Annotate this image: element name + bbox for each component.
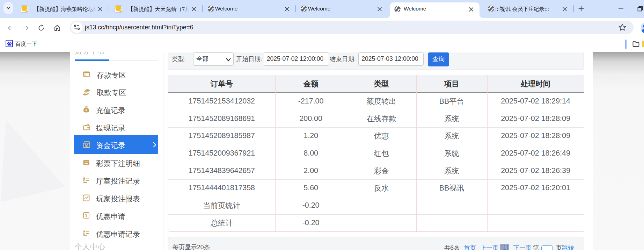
svg-text:¥: ¥: [85, 108, 87, 112]
